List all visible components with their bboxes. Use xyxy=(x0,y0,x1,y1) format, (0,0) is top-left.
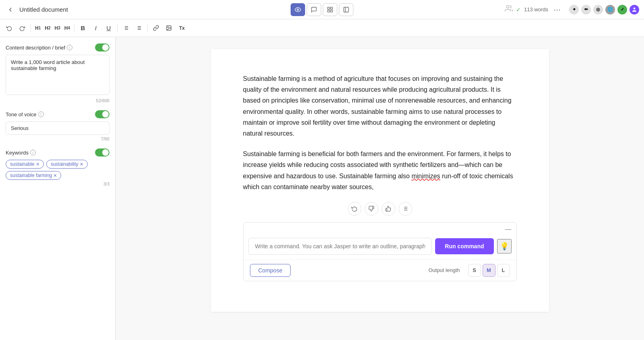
check-icon[interactable]: ✓ xyxy=(617,5,627,14)
back-button[interactable] xyxy=(5,4,16,15)
compose-button[interactable]: Compose xyxy=(250,264,291,277)
link-button[interactable] xyxy=(150,22,162,34)
remove-sustainable-button[interactable]: × xyxy=(36,161,39,167)
view-mode-switcher xyxy=(291,3,353,16)
undo-button[interactable] xyxy=(3,22,15,34)
italic-button[interactable]: I xyxy=(90,22,102,34)
keywords-toggle[interactable] xyxy=(95,148,109,157)
keyword-tag-sustainability: sustainability × xyxy=(46,160,88,169)
tone-toggle[interactable] xyxy=(95,110,109,118)
paragraph-2[interactable]: Sustainable farming is beneficial for bo… xyxy=(243,148,517,192)
view-eye-button[interactable] xyxy=(291,3,305,16)
keywords-section: Keywords i sustainable × sustainability … xyxy=(6,148,109,186)
toolbar-separator-2 xyxy=(74,24,74,32)
output-length-label: Output length xyxy=(428,267,460,273)
keyword-tag-sustainable: sustainable × xyxy=(6,160,44,169)
content-label: Content description / brief i xyxy=(6,43,109,52)
h1-button[interactable]: H1 xyxy=(33,22,42,34)
editor-content[interactable]: Sustainable farming is a method of agric… xyxy=(243,73,517,192)
command-bar-header: — xyxy=(244,223,516,235)
underline-button[interactable]: U xyxy=(103,22,115,34)
edit-icon[interactable]: ✏ xyxy=(581,5,591,14)
run-command-button[interactable]: Run command xyxy=(435,238,493,254)
svg-rect-2 xyxy=(330,7,332,9)
save-status-icon: ✓ xyxy=(516,6,521,13)
top-bar-left: Untitled document xyxy=(5,4,502,15)
h2-button[interactable]: H2 xyxy=(43,22,52,34)
retry-button[interactable] xyxy=(348,202,361,216)
content-char-count: 52/600 xyxy=(6,98,109,103)
content-info-icon[interactable]: i xyxy=(67,45,72,50)
unordered-list-button[interactable] xyxy=(133,22,145,34)
command-input[interactable] xyxy=(248,238,432,255)
more-options-button[interactable]: ⋯ xyxy=(551,4,563,15)
tone-label: Tone of voice i xyxy=(6,110,109,118)
top-bar: Untitled document ✓ 113 words ⋯ ✦ ✏ ◎ 🌐 … xyxy=(0,0,644,19)
output-size-m[interactable]: M xyxy=(483,264,495,277)
tone-input[interactable] xyxy=(6,122,109,135)
content-textarea[interactable]: Write a 1,000 word article about sustain… xyxy=(6,55,109,95)
remove-sustainability-button[interactable]: × xyxy=(80,161,83,167)
thumbs-down-button[interactable] xyxy=(365,202,378,216)
editor-area[interactable]: Sustainable farming is a method of agric… xyxy=(116,37,644,340)
keyword-tag-sustainable-farming: sustainable farming × xyxy=(6,171,61,180)
output-size-buttons: S M L xyxy=(468,264,510,277)
globe-icon[interactable]: 🌐 xyxy=(605,5,615,14)
status-icon[interactable]: ◎ xyxy=(593,5,603,14)
command-input-row: Run command 💡 xyxy=(244,235,516,260)
document-title: Untitled document xyxy=(19,6,68,13)
thumbs-up-button[interactable] xyxy=(382,202,395,216)
tone-info-icon[interactable]: i xyxy=(38,111,44,117)
main-layout: Content description / brief i Write a 1,… xyxy=(0,37,644,340)
keywords-container: sustainable × sustainability × sustainab… xyxy=(6,160,109,180)
svg-rect-3 xyxy=(330,10,332,12)
ordered-list-button[interactable] xyxy=(120,22,132,34)
user-avatar[interactable] xyxy=(630,5,639,14)
formatting-toolbar: H1 H2 H3 H4 B I U Tx xyxy=(0,19,644,37)
content-description-section: Content description / brief i Write a 1,… xyxy=(6,43,109,103)
command-bar: — Run command 💡 Compose Output length S … xyxy=(243,222,517,281)
h4-button[interactable]: H4 xyxy=(63,22,72,34)
view-sidebar-button[interactable] xyxy=(339,3,353,16)
paragraph-1[interactable]: Sustainable farming is a method of agric… xyxy=(243,73,517,139)
clear-format-button[interactable]: Tx xyxy=(176,22,188,34)
suggestions-button[interactable]: 💡 xyxy=(497,239,512,253)
svg-rect-5 xyxy=(344,7,349,12)
image-button[interactable] xyxy=(163,22,175,34)
word-count: 113 words xyxy=(524,6,548,12)
h3-button[interactable]: H3 xyxy=(53,22,62,34)
pin-icon[interactable]: ✦ xyxy=(569,5,579,14)
svg-point-7 xyxy=(506,6,509,8)
redo-button[interactable] xyxy=(16,22,28,34)
ai-actions-bar xyxy=(243,202,517,216)
view-chat-button[interactable] xyxy=(307,3,321,16)
tone-section: Tone of voice i 7/60 xyxy=(6,110,109,141)
collaborators-icon xyxy=(505,4,513,14)
top-bar-right: ✓ 113 words ⋯ ✦ ✏ ◎ 🌐 ✓ xyxy=(505,4,639,15)
remove-sustainable-farming-button[interactable]: × xyxy=(54,173,57,178)
left-sidebar: Content description / brief i Write a 1,… xyxy=(0,37,116,340)
output-size-l[interactable]: L xyxy=(497,264,510,277)
content-toggle[interactable] xyxy=(95,43,109,52)
output-size-s[interactable]: S xyxy=(468,264,481,277)
keywords-info-icon[interactable]: i xyxy=(30,150,36,155)
keywords-label: Keywords i xyxy=(6,148,109,157)
toolbar-separator-3 xyxy=(117,24,118,32)
list-options-button[interactable] xyxy=(398,202,412,216)
view-grid-button[interactable] xyxy=(323,3,337,16)
bold-button[interactable]: B xyxy=(77,22,89,34)
editor-page: Sustainable farming is a method of agric… xyxy=(211,49,549,312)
svg-rect-1 xyxy=(328,7,330,9)
svg-rect-4 xyxy=(328,10,330,12)
svg-point-8 xyxy=(634,7,636,9)
svg-point-0 xyxy=(297,9,299,10)
toolbar-separator-4 xyxy=(147,24,148,32)
toolbar-separator xyxy=(31,24,31,32)
minimize-button[interactable]: — xyxy=(505,226,512,233)
command-bar-footer: Compose Output length S M L xyxy=(244,260,516,281)
tone-char-count: 7/60 xyxy=(6,136,109,141)
keywords-count: 3/3 xyxy=(6,181,109,186)
svg-point-22 xyxy=(168,27,169,27)
misspelled-word: minimizes xyxy=(411,173,440,179)
